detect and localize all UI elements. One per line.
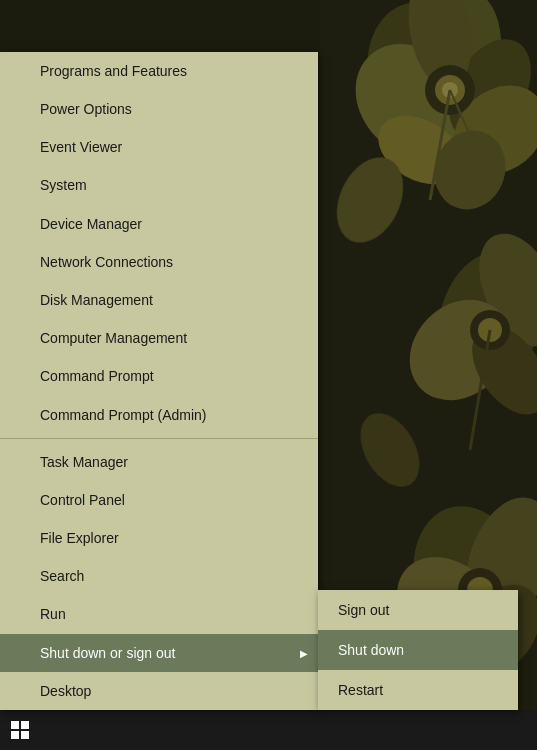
menu-item-power-options[interactable]: Power Options [0,90,318,128]
menu-item-system[interactable]: System [0,166,318,204]
menu-item-device-manager[interactable]: Device Manager [0,205,318,243]
menu-item-shut-down-or-sign-out[interactable]: Shut down or sign out [0,634,318,672]
menu-item-computer-management[interactable]: Computer Management [0,319,318,357]
submenu-item-restart[interactable]: Restart [318,670,518,710]
menu-item-file-explorer[interactable]: File Explorer [0,519,318,557]
menu-item-network-connections[interactable]: Network Connections [0,243,318,281]
menu-item-control-panel[interactable]: Control Panel [0,481,318,519]
menu-item-command-prompt[interactable]: Command Prompt [0,357,318,395]
start-button[interactable] [0,710,40,750]
menu-item-search[interactable]: Search [0,557,318,595]
menu-item-event-viewer[interactable]: Event Viewer [0,128,318,166]
submenu-item-shut-down[interactable]: Shut down [318,630,518,670]
menu-item-command-prompt-admin[interactable]: Command Prompt (Admin) [0,396,318,434]
windows-icon [11,721,29,739]
taskbar [0,710,537,750]
context-menu: Programs and FeaturesPower OptionsEvent … [0,52,318,710]
menu-item-task-manager[interactable]: Task Manager [0,443,318,481]
menu-separator [0,438,318,439]
menu-item-disk-management[interactable]: Disk Management [0,281,318,319]
menu-item-programs-and-features[interactable]: Programs and Features [0,52,318,90]
submenu-shutdown: Sign outShut downRestart [318,590,518,710]
menu-item-desktop[interactable]: Desktop [0,672,318,710]
menu-item-run[interactable]: Run [0,595,318,633]
submenu-item-sign-out[interactable]: Sign out [318,590,518,630]
